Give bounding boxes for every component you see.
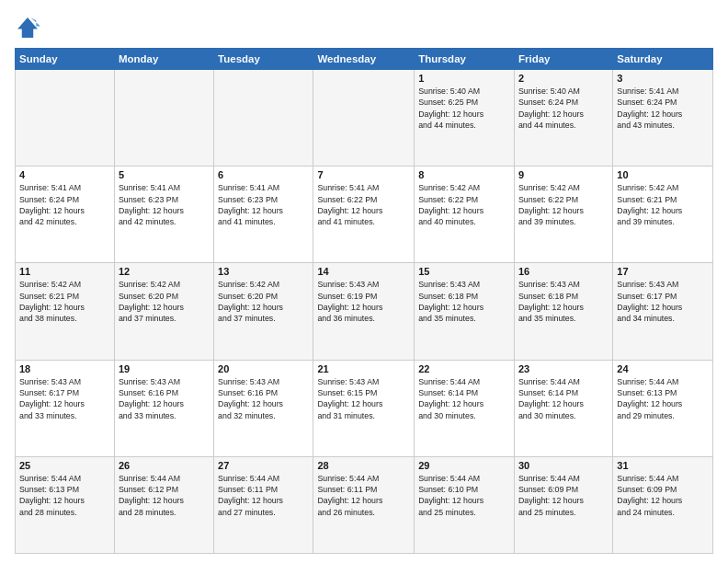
day-header-monday: Monday xyxy=(114,49,213,70)
day-number: 19 xyxy=(119,363,210,374)
calendar-header: SundayMondayTuesdayWednesdayThursdayFrid… xyxy=(16,49,713,70)
day-cell: 25Sunrise: 5:44 AM Sunset: 6:13 PM Dayli… xyxy=(16,456,115,553)
day-info: Sunrise: 5:41 AM Sunset: 6:23 PM Dayligh… xyxy=(218,182,309,227)
day-number: 23 xyxy=(518,363,609,374)
calendar-table: SundayMondayTuesdayWednesdayThursdayFrid… xyxy=(15,48,713,554)
day-cell: 20Sunrise: 5:43 AM Sunset: 6:16 PM Dayli… xyxy=(214,360,313,456)
day-number: 5 xyxy=(119,169,210,180)
day-cell xyxy=(313,70,415,167)
logo xyxy=(15,15,44,40)
day-header-wednesday: Wednesday xyxy=(313,49,415,70)
day-info: Sunrise: 5:44 AM Sunset: 6:13 PM Dayligh… xyxy=(617,376,709,421)
day-info: Sunrise: 5:44 AM Sunset: 6:09 PM Dayligh… xyxy=(617,473,709,518)
day-number: 26 xyxy=(119,460,210,471)
day-header-thursday: Thursday xyxy=(415,49,515,70)
day-info: Sunrise: 5:43 AM Sunset: 6:19 PM Dayligh… xyxy=(317,279,410,324)
day-info: Sunrise: 5:44 AM Sunset: 6:10 PM Dayligh… xyxy=(418,473,510,518)
week-row-0: 1Sunrise: 5:40 AM Sunset: 6:25 PM Daylig… xyxy=(16,70,713,167)
day-number: 13 xyxy=(218,266,309,277)
day-number: 27 xyxy=(218,460,309,471)
day-number: 4 xyxy=(19,169,110,180)
day-info: Sunrise: 5:42 AM Sunset: 6:21 PM Dayligh… xyxy=(617,182,709,227)
day-cell: 19Sunrise: 5:43 AM Sunset: 6:16 PM Dayli… xyxy=(114,360,213,456)
day-number: 6 xyxy=(218,169,309,180)
day-info: Sunrise: 5:43 AM Sunset: 6:17 PM Dayligh… xyxy=(19,376,110,421)
day-cell: 5Sunrise: 5:41 AM Sunset: 6:23 PM Daylig… xyxy=(114,167,213,263)
day-cell: 23Sunrise: 5:44 AM Sunset: 6:14 PM Dayli… xyxy=(514,360,612,456)
day-cell: 31Sunrise: 5:44 AM Sunset: 6:09 PM Dayli… xyxy=(613,456,713,553)
day-info: Sunrise: 5:41 AM Sunset: 6:24 PM Dayligh… xyxy=(19,182,110,227)
day-number: 12 xyxy=(119,266,210,277)
day-number: 15 xyxy=(418,266,510,277)
day-info: Sunrise: 5:41 AM Sunset: 6:22 PM Dayligh… xyxy=(317,182,410,227)
week-row-3: 18Sunrise: 5:43 AM Sunset: 6:17 PM Dayli… xyxy=(16,360,713,456)
day-cell xyxy=(16,70,115,167)
day-cell: 3Sunrise: 5:41 AM Sunset: 6:24 PM Daylig… xyxy=(613,70,713,167)
day-cell: 12Sunrise: 5:42 AM Sunset: 6:20 PM Dayli… xyxy=(114,263,213,360)
day-cell: 6Sunrise: 5:41 AM Sunset: 6:23 PM Daylig… xyxy=(214,167,313,263)
day-info: Sunrise: 5:41 AM Sunset: 6:23 PM Dayligh… xyxy=(119,182,210,227)
day-info: Sunrise: 5:40 AM Sunset: 6:25 PM Dayligh… xyxy=(418,86,510,131)
day-info: Sunrise: 5:43 AM Sunset: 6:16 PM Dayligh… xyxy=(218,376,309,421)
day-info: Sunrise: 5:44 AM Sunset: 6:14 PM Dayligh… xyxy=(418,376,510,421)
day-cell: 21Sunrise: 5:43 AM Sunset: 6:15 PM Dayli… xyxy=(313,360,415,456)
day-cell: 30Sunrise: 5:44 AM Sunset: 6:09 PM Dayli… xyxy=(514,456,612,553)
day-number: 29 xyxy=(418,460,510,471)
day-number: 20 xyxy=(218,363,309,374)
day-info: Sunrise: 5:44 AM Sunset: 6:11 PM Dayligh… xyxy=(218,473,309,518)
day-info: Sunrise: 5:44 AM Sunset: 6:09 PM Dayligh… xyxy=(518,473,609,518)
day-info: Sunrise: 5:43 AM Sunset: 6:17 PM Dayligh… xyxy=(617,279,709,324)
day-info: Sunrise: 5:43 AM Sunset: 6:18 PM Dayligh… xyxy=(418,279,510,324)
day-cell: 24Sunrise: 5:44 AM Sunset: 6:13 PM Dayli… xyxy=(613,360,713,456)
day-number: 25 xyxy=(19,460,110,471)
day-info: Sunrise: 5:40 AM Sunset: 6:24 PM Dayligh… xyxy=(518,86,609,131)
day-number: 14 xyxy=(317,266,410,277)
header-row: SundayMondayTuesdayWednesdayThursdayFrid… xyxy=(16,49,713,70)
day-info: Sunrise: 5:44 AM Sunset: 6:12 PM Dayligh… xyxy=(119,473,210,518)
day-info: Sunrise: 5:42 AM Sunset: 6:22 PM Dayligh… xyxy=(418,182,510,227)
day-info: Sunrise: 5:44 AM Sunset: 6:14 PM Dayligh… xyxy=(518,376,609,421)
day-number: 18 xyxy=(19,363,110,374)
day-info: Sunrise: 5:43 AM Sunset: 6:18 PM Dayligh… xyxy=(518,279,609,324)
day-info: Sunrise: 5:42 AM Sunset: 6:22 PM Dayligh… xyxy=(518,182,609,227)
day-cell: 27Sunrise: 5:44 AM Sunset: 6:11 PM Dayli… xyxy=(214,456,313,553)
week-row-1: 4Sunrise: 5:41 AM Sunset: 6:24 PM Daylig… xyxy=(16,167,713,263)
day-cell: 26Sunrise: 5:44 AM Sunset: 6:12 PM Dayli… xyxy=(114,456,213,553)
day-number: 22 xyxy=(418,363,510,374)
week-row-2: 11Sunrise: 5:42 AM Sunset: 6:21 PM Dayli… xyxy=(16,263,713,360)
page: SundayMondayTuesdayWednesdayThursdayFrid… xyxy=(0,0,728,563)
day-info: Sunrise: 5:42 AM Sunset: 6:21 PM Dayligh… xyxy=(19,279,110,324)
day-cell: 11Sunrise: 5:42 AM Sunset: 6:21 PM Dayli… xyxy=(16,263,115,360)
day-number: 24 xyxy=(617,363,709,374)
day-cell: 7Sunrise: 5:41 AM Sunset: 6:22 PM Daylig… xyxy=(313,167,415,263)
day-cell: 4Sunrise: 5:41 AM Sunset: 6:24 PM Daylig… xyxy=(16,167,115,263)
day-header-saturday: Saturday xyxy=(613,49,713,70)
day-number: 8 xyxy=(418,169,510,180)
day-info: Sunrise: 5:42 AM Sunset: 6:20 PM Dayligh… xyxy=(119,279,210,324)
day-info: Sunrise: 5:43 AM Sunset: 6:16 PM Dayligh… xyxy=(119,376,210,421)
day-cell: 9Sunrise: 5:42 AM Sunset: 6:22 PM Daylig… xyxy=(514,167,612,263)
day-cell: 10Sunrise: 5:42 AM Sunset: 6:21 PM Dayli… xyxy=(613,167,713,263)
day-cell: 15Sunrise: 5:43 AM Sunset: 6:18 PM Dayli… xyxy=(415,263,515,360)
day-number: 2 xyxy=(518,73,609,84)
day-number: 11 xyxy=(19,266,110,277)
day-cell: 2Sunrise: 5:40 AM Sunset: 6:24 PM Daylig… xyxy=(514,70,612,167)
day-cell: 16Sunrise: 5:43 AM Sunset: 6:18 PM Dayli… xyxy=(514,263,612,360)
day-header-friday: Friday xyxy=(514,49,612,70)
day-number: 7 xyxy=(317,169,410,180)
day-number: 30 xyxy=(518,460,609,471)
day-number: 16 xyxy=(518,266,609,277)
day-number: 17 xyxy=(617,266,709,277)
day-info: Sunrise: 5:43 AM Sunset: 6:15 PM Dayligh… xyxy=(317,376,410,421)
day-info: Sunrise: 5:44 AM Sunset: 6:13 PM Dayligh… xyxy=(19,473,110,518)
day-header-sunday: Sunday xyxy=(16,49,115,70)
day-cell xyxy=(114,70,213,167)
day-info: Sunrise: 5:44 AM Sunset: 6:11 PM Dayligh… xyxy=(317,473,410,518)
day-number: 21 xyxy=(317,363,410,374)
week-row-4: 25Sunrise: 5:44 AM Sunset: 6:13 PM Dayli… xyxy=(16,456,713,553)
logo-icon xyxy=(15,15,40,40)
day-info: Sunrise: 5:42 AM Sunset: 6:20 PM Dayligh… xyxy=(218,279,309,324)
day-number: 9 xyxy=(518,169,609,180)
day-number: 31 xyxy=(617,460,709,471)
day-cell: 28Sunrise: 5:44 AM Sunset: 6:11 PM Dayli… xyxy=(313,456,415,553)
